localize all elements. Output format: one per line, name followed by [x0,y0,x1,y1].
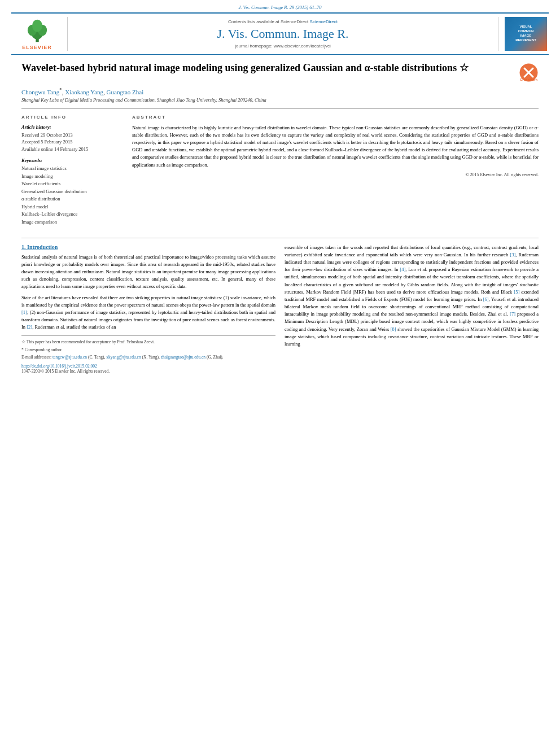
journal-title-center: Contents lists available at ScienceDirec… [68,17,498,51]
body-columns: 1. Introduction Statistical analysis of … [21,244,539,374]
abstract-col: ABSTRACT Natural image is characterized … [132,115,539,231]
contents-text: Contents lists available at ScienceDirec… [228,19,308,24]
keywords-block: Keywords: Natural image statistics Image… [21,158,123,226]
article-content: Wavelet-based hybrid natural image model… [0,55,560,381]
keyword-6: Hybrid model [21,203,123,211]
svg-point-4 [32,19,42,32]
keyword-3: Wavelet coefficients [21,180,123,188]
email2-name: (X. Yang), [141,355,161,360]
journal-ref-text: J. Vis. Commun. Image R. 29 (2015) 61–70 [239,5,322,10]
intro-para2: State of the art literatures have reveal… [21,294,275,331]
body-divider [21,238,539,238]
visual-journal-logo: VISUALCOMMUNIMAGEREPRESENT [505,17,547,51]
email2-link[interactable]: xkyang@sjtu.edu.cn [106,355,141,360]
author-guangtao: Guangtao Zhai [107,89,144,95]
intro-para1: Statistical analysis of natural images i… [21,254,275,291]
keyword-5: α-stable distribution [21,195,123,203]
article-title-block: Wavelet-based hybrid natural image model… [21,62,539,82]
journal-title: J. Vis. Commun. Image R. [73,27,492,41]
intro-right-para1: ensemble of images taken in the woods an… [285,244,539,348]
keyword-1: Natural image statistics [21,165,123,173]
footnote-star: ☆ This paper has been recommended for ac… [21,339,275,345]
available-date: Available online 14 February 2015 [21,146,123,153]
keywords-label: Keywords: [21,158,123,163]
contents-available: Contents lists available at ScienceDirec… [73,19,492,24]
info-abstract-section: ARTICLE INFO Article history: Received 2… [21,108,539,231]
accepted-date: Accepted 5 February 2015 [21,138,123,146]
article-info-col: ARTICLE INFO Article history: Received 2… [21,115,123,231]
ref-8[interactable]: [8] [391,326,396,332]
issn-text: 1047-3203/© 2015 Elsevier Inc. All right… [21,369,275,374]
email1-name: (C. Tang), [87,355,106,360]
ref-6[interactable]: [6] [483,296,489,302]
keyword-7: Kullback–Leibler divergence [21,211,123,219]
article-history-block: Article history: Received 29 October 201… [21,124,123,153]
crossmark-icon: CrossMark [519,63,539,82]
ref-7[interactable]: [7] [510,311,515,317]
abstract-text: Natural image is characterized by its hi… [132,124,539,169]
ref-5[interactable]: [5] [514,289,519,295]
journal-header: ELSEVIER Contents lists available at Sci… [11,12,549,55]
abstract-label: ABSTRACT [132,115,539,120]
elsevier-branding: ELSEVIER [11,17,68,51]
footnote-section: ☆ This paper has been recommended for ac… [21,335,275,360]
email1-link[interactable]: tangcw@sjtu.edu.cn [53,355,87,360]
ref-2[interactable]: [2] [27,324,32,330]
article-title-text: Wavelet-based hybrid natural image model… [21,62,519,75]
visual-logo-text: VISUALCOMMUNIMAGEREPRESENT [515,25,536,42]
author-chongwu: Chongwu Tang [21,89,59,95]
email3-name: (G. Zhai). [205,355,224,360]
doi-url[interactable]: http://dx.doi.org/10.1016/j.jvcir.2015.0… [21,364,275,369]
author-xiaokang: Xiaokang Yang [65,89,103,95]
keyword-2: Image modeling [21,173,123,181]
history-label: Article history: [21,124,123,130]
authors-line: Chongwu Tang*, Xiaokang Yang, Guangtao Z… [21,87,539,95]
received-date: Received 29 October 2013 [21,132,123,139]
email3-link[interactable]: zhaiguangtao@sjtu.edu.cn [161,355,205,360]
doi-section: http://dx.doi.org/10.1016/j.jvcir.2015.0… [21,364,275,374]
keyword-8: Image comparison [21,219,123,226]
article-info-label: ARTICLE INFO [21,115,123,120]
ref-3[interactable]: [3] [510,252,515,257]
affiliation: Shanghai Key Labs of Digital Media Proce… [21,97,539,103]
elsevier-text: ELSEVIER [20,45,54,50]
page: J. Vis. Commun. Image R. 29 (2015) 61–70… [0,0,560,747]
visual-logo-area: VISUALCOMMUNIMAGEREPRESENT [498,17,549,51]
elsevier-tree-icon [20,18,54,43]
body-right-col: ensemble of images taken in the woods an… [285,244,539,374]
email-label: E-mail addresses: [21,355,51,360]
keyword-4: Generalized Gaussian distribution [21,188,123,196]
footnote-corresponding: * Corresponding author. [21,347,275,353]
top-journal-ref: J. Vis. Commun. Image R. 29 (2015) 61–70 [0,0,560,12]
journal-homepage: journal homepage: www.elsevier.com/locat… [73,43,492,49]
ref-4[interactable]: [4] [400,267,405,272]
elsevier-logo: ELSEVIER [20,18,54,50]
intro-heading: 1. Introduction [21,244,275,250]
copyright-line: © 2015 Elsevier Inc. All rights reserved… [132,172,539,177]
body-left-col: 1. Introduction Statistical analysis of … [21,244,275,374]
footnote-emails: E-mail addresses: tangcw@sjtu.edu.cn (C.… [21,354,275,360]
svg-text:CrossMark: CrossMark [520,78,538,81]
ref-1[interactable]: [1] [21,309,27,315]
